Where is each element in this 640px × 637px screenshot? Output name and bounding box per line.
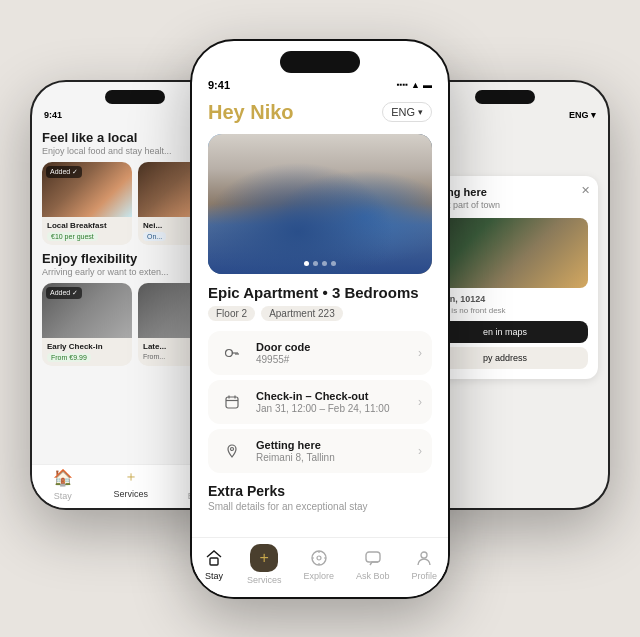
checkin-value: Jan 31, 12:00 – Feb 24, 11:00: [256, 403, 418, 414]
nav-item-explore[interactable]: Explore: [303, 547, 334, 581]
added-badge: Added: [46, 287, 82, 299]
info-list: Door code 49955# › Check-in – Check-out …: [208, 331, 432, 473]
door-code-text: Door code 49955#: [256, 341, 418, 365]
key-icon: [218, 339, 246, 367]
greeting-label: Hey: [208, 101, 250, 123]
location-pin-icon: [218, 437, 246, 465]
center-phone: 9:41 ▪▪▪▪ ▲ ▬ Hey Niko ENG ▾ Epic Apartm…: [190, 39, 450, 599]
nav-item-stay[interactable]: Stay: [203, 547, 225, 581]
apartment-title: Epic Apartment • 3 Bedrooms: [208, 284, 432, 301]
checkin-text: Check-in – Check-out Jan 31, 12:00 – Feb…: [256, 390, 418, 414]
wifi-icon: ▲: [411, 80, 420, 90]
getting-here-item[interactable]: Getting here Reimani 8, Tallinn ›: [208, 429, 432, 473]
door-code-label: Door code: [256, 341, 418, 353]
extra-perks-section: Extra Perks Small details for an excepti…: [192, 473, 448, 512]
nav-item-ask-bob[interactable]: Ask Bob: [356, 547, 390, 581]
apartment-image-inner: [208, 134, 432, 274]
price-text: From...: [143, 353, 165, 360]
nav-label-profile: Profile: [411, 571, 437, 581]
center-time: 9:41: [208, 79, 230, 91]
getting-here-text: Getting here Reimani 8, Tallinn: [256, 439, 418, 463]
nav-item-stay[interactable]: 🏠 Stay: [52, 467, 74, 501]
price-badge: From €9.99: [47, 353, 91, 362]
door-code-value: 49955#: [256, 354, 418, 365]
chevron-down-icon: ▾: [418, 107, 423, 117]
center-bottom-nav: Stay + Services Explore: [192, 537, 448, 597]
right-lang: ENG ▾: [569, 110, 596, 120]
language-selector[interactable]: ENG ▾: [382, 102, 432, 122]
price-badge: €10 per guest: [47, 232, 98, 241]
apt-name: Epic Apartment: [208, 284, 318, 301]
services-icon-wrap: ＋: [124, 468, 138, 486]
door-code-item[interactable]: Door code 49955# ›: [208, 331, 432, 375]
greeting-row: Hey Niko ENG ▾: [192, 93, 448, 124]
nav-label-stay: Stay: [54, 491, 72, 501]
extra-perks-title: Extra Perks: [208, 483, 432, 499]
card-image: Added: [42, 283, 132, 338]
apartment-number-tag: Apartment 223: [261, 306, 343, 321]
image-dot-1: [304, 261, 309, 266]
image-dot-4: [331, 261, 336, 266]
card-price: €10 per guest: [42, 232, 132, 245]
left-phone-notch: [105, 90, 165, 104]
dynamic-island: [280, 51, 360, 73]
profile-icon: [413, 547, 435, 569]
getting-here-value: Reimani 8, Tallinn: [256, 452, 418, 463]
apt-bedrooms: 3 Bedrooms: [332, 284, 419, 301]
services-plus-icon: +: [250, 544, 278, 572]
center-status-bar: 9:41 ▪▪▪▪ ▲ ▬: [192, 77, 448, 93]
svg-point-8: [231, 447, 234, 450]
chevron-right-icon: ›: [418, 346, 422, 360]
image-dots: [304, 261, 336, 266]
card-label: Local Breakfast: [42, 217, 132, 232]
svg-point-0: [226, 349, 233, 356]
nav-item-services[interactable]: + Services: [247, 544, 282, 585]
plus-icon: ＋: [124, 468, 138, 484]
apartment-image: [208, 134, 432, 274]
explore-icon: [308, 547, 330, 569]
floor-tag: Floor 2: [208, 306, 255, 321]
card-image: Added: [42, 162, 132, 217]
left-phone-time: 9:41: [44, 110, 62, 120]
on-badge: On...: [143, 232, 166, 241]
language-label: ENG: [391, 106, 415, 118]
greeting-text: Hey Niko: [208, 101, 294, 124]
svg-rect-9: [210, 558, 218, 565]
checkin-label: Check-in – Check-out: [256, 390, 418, 402]
card-price: From €9.99: [42, 353, 132, 366]
nav-label-services: Services: [113, 489, 148, 499]
added-badge: Added: [46, 166, 82, 178]
card-label: Early Check-in: [42, 338, 132, 353]
center-status-icons: ▪▪▪▪ ▲ ▬: [397, 80, 432, 90]
list-item[interactable]: Added Local Breakfast €10 per guest: [42, 162, 132, 245]
nav-label-ask-bob: Ask Bob: [356, 571, 390, 581]
checkin-checkout-item[interactable]: Check-in – Check-out Jan 31, 12:00 – Feb…: [208, 380, 432, 424]
close-icon[interactable]: ✕: [581, 184, 590, 197]
nav-item-profile[interactable]: Profile: [411, 547, 437, 581]
svg-point-10: [312, 551, 326, 565]
apartment-title-section: Epic Apartment • 3 Bedrooms Floor 2 Apar…: [192, 274, 448, 321]
svg-rect-4: [226, 397, 238, 408]
plus-icon: +: [260, 549, 269, 567]
home-icon: [203, 547, 225, 569]
image-dot-3: [322, 261, 327, 266]
nav-item-services[interactable]: ＋ Services: [113, 468, 148, 499]
nav-label-explore: Explore: [303, 571, 334, 581]
calendar-icon: [218, 388, 246, 416]
extra-perks-subtitle: Small details for an exceptional stay: [208, 501, 432, 512]
chevron-right-icon: ›: [418, 395, 422, 409]
svg-point-13: [421, 552, 427, 558]
nav-label-services: Services: [247, 575, 282, 585]
username: Niko: [250, 101, 293, 123]
home-icon: 🏠: [52, 467, 74, 489]
chevron-right-icon: ›: [418, 444, 422, 458]
apt-separator: •: [322, 284, 331, 301]
right-phone-notch: [475, 90, 535, 104]
list-item[interactable]: Added Early Check-in From €9.99: [42, 283, 132, 366]
getting-here-label: Getting here: [256, 439, 418, 451]
svg-rect-12: [366, 552, 380, 562]
battery-icon: ▬: [423, 80, 432, 90]
apt-tags: Floor 2 Apartment 223: [208, 306, 432, 321]
signal-bars-icon: ▪▪▪▪: [397, 80, 408, 89]
image-dot-2: [313, 261, 318, 266]
